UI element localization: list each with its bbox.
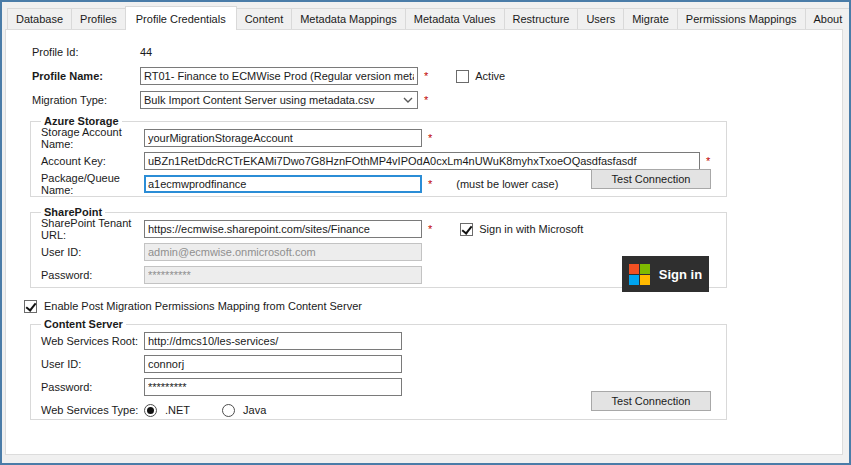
tenant-url-input[interactable] xyxy=(144,220,422,238)
tenant-url-row: SharePoint Tenant URL: * Sign in with Mi… xyxy=(41,220,726,238)
web-services-root-input[interactable] xyxy=(144,332,402,350)
migration-type-label: Migration Type: xyxy=(32,94,140,106)
active-checkbox-label: Active xyxy=(475,70,505,82)
tenant-url-label: SharePoint Tenant URL: xyxy=(41,217,144,241)
profile-id-row: Profile Id: 44 xyxy=(32,43,842,61)
sign-in-with-microsoft-label: Sign in with Microsoft xyxy=(479,223,583,235)
web-services-root-row: Web Services Root: xyxy=(41,332,726,350)
lower-case-note: (must be lower case) xyxy=(456,178,558,190)
storage-account-name-row: Storage Account Name: * xyxy=(41,129,726,147)
profile-id-label: Profile Id: xyxy=(32,46,140,58)
account-key-input[interactable] xyxy=(144,152,700,170)
tab-restructure[interactable]: Restructure xyxy=(504,8,579,29)
content-server-user-id-input[interactable] xyxy=(144,355,402,373)
tab-profiles[interactable]: Profiles xyxy=(71,8,126,29)
tab-strip: Database Profiles Profile Credentials Co… xyxy=(2,2,849,29)
account-key-row: Account Key: * xyxy=(41,152,726,170)
profile-name-input[interactable] xyxy=(140,67,418,85)
tab-about[interactable]: About xyxy=(805,8,851,29)
post-migration-checkbox[interactable] xyxy=(24,300,37,313)
content-server-user-id-label: User ID: xyxy=(41,358,144,370)
tab-profile-credentials[interactable]: Profile Credentials xyxy=(125,6,237,30)
content-server-password-input[interactable] xyxy=(144,378,402,396)
package-queue-name-required-marker: * xyxy=(428,178,432,190)
migration-type-dropdown[interactable]: Bulk Import Content Server using metadat… xyxy=(140,91,418,109)
tab-metadata-values[interactable]: Metadata Values xyxy=(405,8,505,29)
tab-metadata-mappings[interactable]: Metadata Mappings xyxy=(291,8,406,29)
profile-name-required-marker: * xyxy=(424,70,428,82)
content-server-group-title: Content Server xyxy=(41,318,126,330)
microsoft-logo-icon xyxy=(629,264,650,285)
tenant-url-required-marker: * xyxy=(428,223,432,235)
package-queue-name-label: Package/Queue Name: xyxy=(41,172,144,196)
account-key-required-marker: * xyxy=(706,155,710,167)
profile-credentials-page: Profile Id: 44 Profile Name: * Active Mi… xyxy=(5,29,843,455)
migration-type-selected-value: Bulk Import Content Server using metadat… xyxy=(144,94,375,106)
microsoft-sign-in-button-label: Sign in xyxy=(659,267,702,282)
app-window: Database Profiles Profile Credentials Co… xyxy=(0,0,851,465)
web-services-root-label: Web Services Root: xyxy=(41,335,144,347)
web-services-type-label: Web Services Type: xyxy=(41,404,144,416)
post-migration-checkbox-label: Enable Post Migration Permissions Mappin… xyxy=(44,300,362,312)
web-services-type-options: .NET Java xyxy=(144,404,266,417)
java-radio[interactable] xyxy=(222,404,235,417)
sharepoint-user-id-input xyxy=(144,243,422,261)
content-server-test-connection-button[interactable]: Test Connection xyxy=(591,391,711,411)
profile-id-value: 44 xyxy=(140,46,152,58)
azure-test-connection-button[interactable]: Test Connection xyxy=(591,169,711,189)
migration-type-required-marker: * xyxy=(424,94,428,106)
sharepoint-user-id-label: User ID: xyxy=(41,246,144,258)
java-radio-label: Java xyxy=(243,404,266,416)
sign-in-with-microsoft-checkbox[interactable] xyxy=(460,223,473,236)
tab-content[interactable]: Content xyxy=(236,8,293,29)
content-server-password-label: Password: xyxy=(41,381,144,393)
account-key-label: Account Key: xyxy=(41,155,144,167)
active-checkbox-group: Active xyxy=(456,70,505,83)
profile-name-row: Profile Name: * Active xyxy=(32,67,842,85)
sharepoint-password-label: Password: xyxy=(41,269,144,281)
chevron-down-icon xyxy=(403,97,413,103)
sharepoint-group: SharePoint SharePoint Tenant URL: * Sign… xyxy=(30,206,727,288)
storage-account-name-required-marker: * xyxy=(428,132,432,144)
active-checkbox[interactable] xyxy=(456,70,469,83)
storage-account-name-label: Storage Account Name: xyxy=(41,126,144,150)
storage-account-name-input[interactable] xyxy=(144,129,422,147)
tab-users[interactable]: Users xyxy=(577,8,624,29)
post-migration-row: Enable Post Migration Permissions Mappin… xyxy=(24,298,842,314)
microsoft-sign-in-button[interactable]: Sign in xyxy=(622,256,709,292)
content-server-user-id-row: User ID: xyxy=(41,355,726,373)
package-queue-name-input[interactable] xyxy=(144,175,422,193)
sharepoint-password-input xyxy=(144,266,422,284)
tab-migrate[interactable]: Migrate xyxy=(623,8,678,29)
content-server-group: Content Server Web Services Root: User I… xyxy=(30,318,727,420)
net-radio[interactable] xyxy=(144,404,157,417)
azure-storage-group: Azure Storage Storage Account Name: * Ac… xyxy=(30,115,727,197)
net-radio-label: .NET xyxy=(165,404,190,416)
migration-type-row: Migration Type: Bulk Import Content Serv… xyxy=(32,91,842,109)
profile-name-label: Profile Name: xyxy=(32,70,140,82)
tab-database[interactable]: Database xyxy=(7,8,72,29)
sign-in-with-microsoft-group: Sign in with Microsoft xyxy=(460,223,583,236)
tab-permissions-mappings[interactable]: Permissions Mappings xyxy=(677,8,806,29)
